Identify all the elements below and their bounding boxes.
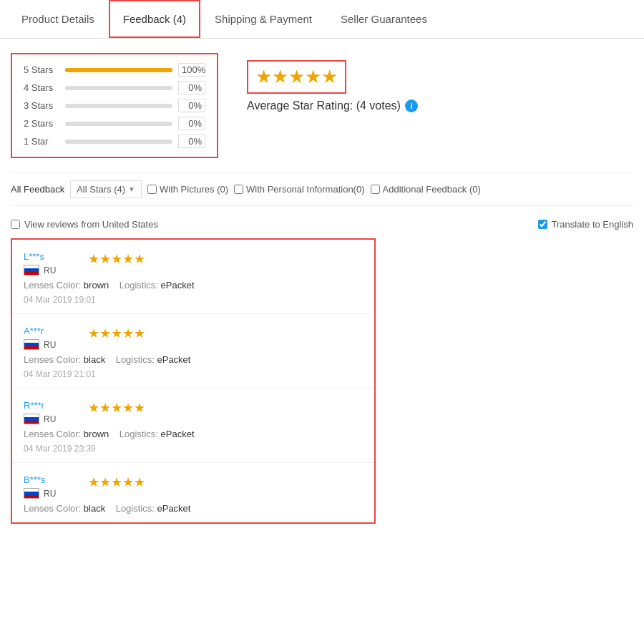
country-code-3: RU: [44, 489, 56, 499]
with-pictures-checkbox[interactable]: [147, 185, 157, 194]
logistics-val-1: ePacket: [157, 354, 190, 365]
logistics-key-3: Logistics:: [116, 503, 155, 514]
review-date-1: 04 Mar 2019 21:01: [24, 369, 363, 379]
avg-label: Average Star Rating: (4 votes): [247, 99, 401, 112]
review-details-3: Lenses Color: black Logistics: ePacket: [24, 503, 363, 514]
star-bar-row-2: 2 Stars0%: [24, 117, 205, 130]
color-val-0: brown: [84, 280, 109, 291]
flag-icon-3: [24, 488, 39, 499]
country-code-2: RU: [44, 414, 56, 424]
star-bar-row-4: 4 Stars0%: [24, 81, 205, 94]
country-code-0: RU: [44, 265, 56, 275]
all-stars-label: All Stars (4): [77, 184, 125, 195]
reviewer-name-1[interactable]: A***r: [24, 326, 74, 336]
star-label-4: 4 Stars: [24, 82, 59, 93]
color-val-1: black: [84, 354, 105, 365]
review-item-0: L***s RU ★★★★★ Lenses Color: brown Logis…: [12, 240, 374, 314]
flag-icon-1: [24, 339, 39, 350]
with-pictures-label: With Pictures (0): [160, 184, 228, 195]
pct-label-2: 0%: [178, 117, 205, 130]
main-content: 5 Stars100%4 Stars0%3 Stars0%2 Stars0%1 …: [0, 39, 644, 538]
info-icon[interactable]: i: [405, 99, 418, 112]
average-rating-section: ★★★★★ Average Star Rating: (4 votes) i: [247, 53, 418, 112]
logistics-key-2: Logistics:: [119, 429, 158, 439]
bar-track-3: [65, 104, 172, 108]
logistics-val-2: ePacket: [161, 429, 195, 439]
bar-track-1: [65, 140, 172, 144]
star-bar-row-1: 1 Star0%: [24, 135, 205, 148]
view-from-us-checkbox[interactable]: [11, 220, 20, 229]
color-key-2: Lenses Color:: [24, 429, 81, 439]
color-key-1: Lenses Color:: [24, 354, 81, 365]
review-stars-3: ★★★★★: [88, 474, 145, 490]
reviews-list: L***s RU ★★★★★ Lenses Color: brown Logis…: [11, 238, 376, 524]
rating-summary: 5 Stars100%4 Stars0%3 Stars0%2 Stars0%1 …: [11, 53, 633, 158]
translate-section: Translate to English: [538, 219, 633, 230]
star-label-1: 1 Star: [24, 136, 59, 147]
additional-feedback-filter[interactable]: Additional Feedback (0): [371, 184, 481, 195]
star-bar-row-5: 5 Stars100%: [24, 63, 205, 77]
bar-track-5: [65, 68, 172, 72]
country-code-1: RU: [44, 340, 56, 350]
review-header-0: L***s RU ★★★★★: [24, 251, 363, 275]
reviewer-country-1: RU: [24, 339, 74, 350]
avg-stars-box: ★★★★★: [247, 60, 346, 94]
avg-stars-display: ★★★★★: [255, 66, 338, 88]
additional-feedback-checkbox[interactable]: [371, 185, 380, 194]
reviewer-name-0[interactable]: L***s: [24, 251, 74, 262]
tab-product-details[interactable]: Product Details: [7, 0, 109, 38]
reviewer-name-2[interactable]: R***r: [24, 400, 74, 411]
star-label-5: 5 Stars: [24, 64, 59, 75]
color-key-0: Lenses Color:: [24, 280, 81, 291]
with-personal-label: With Personal Information(0): [246, 184, 364, 195]
tab-bar: Product DetailsFeedback (4)Shipping & Pa…: [0, 0, 644, 39]
logistics-key-0: Logistics:: [119, 280, 158, 291]
tab-shipping-payment[interactable]: Shipping & Payment: [200, 0, 326, 38]
view-row: View reviews from United States Translat…: [11, 213, 633, 238]
review-header-3: B***s RU ★★★★★: [24, 474, 363, 499]
flag-icon-2: [24, 414, 39, 424]
star-label-3: 3 Stars: [24, 100, 59, 111]
reviewer-name-3[interactable]: B***s: [24, 474, 74, 485]
translate-label: Translate to English: [552, 219, 633, 230]
logistics-key-1: Logistics:: [116, 354, 155, 365]
review-item-2: R***r RU ★★★★★ Lenses Color: brown Logis…: [12, 389, 374, 463]
reviewer-info-1: A***r RU: [24, 326, 74, 350]
pct-label-1: 0%: [178, 135, 205, 148]
filter-bar: All Feedback All Stars (4) ▼ With Pictur…: [11, 172, 633, 206]
additional-feedback-label: Additional Feedback (0): [383, 184, 481, 195]
color-key-3: Lenses Color:: [24, 503, 81, 514]
logistics-val-3: ePacket: [157, 503, 190, 514]
review-details-2: Lenses Color: brown Logistics: ePacket: [24, 429, 363, 439]
review-header-2: R***r RU ★★★★★: [24, 400, 363, 424]
pct-label-3: 0%: [178, 99, 205, 112]
review-details-1: Lenses Color: black Logistics: ePacket: [24, 354, 363, 365]
translate-checkbox[interactable]: [538, 220, 547, 229]
review-date-0: 04 Mar 2019 19:01: [24, 295, 363, 305]
tab-seller-guarantees[interactable]: Seller Guarantees: [326, 0, 441, 38]
chevron-down-icon: ▼: [128, 185, 135, 193]
review-stars-2: ★★★★★: [88, 400, 145, 416]
review-item-3: B***s RU ★★★★★ Lenses Color: black Logis…: [12, 463, 374, 522]
reviewer-country-0: RU: [24, 265, 74, 275]
reviewer-country-2: RU: [24, 414, 74, 424]
view-from-us-label[interactable]: View reviews from United States: [11, 219, 158, 230]
bar-track-4: [65, 86, 172, 90]
tab-feedback[interactable]: Feedback (4): [109, 0, 200, 38]
reviewer-country-3: RU: [24, 488, 74, 499]
with-personal-filter[interactable]: With Personal Information(0): [234, 184, 364, 195]
bar-fill-5: [65, 68, 172, 72]
reviewer-info-2: R***r RU: [24, 400, 74, 424]
flag-icon-0: [24, 265, 39, 275]
review-details-0: Lenses Color: brown Logistics: ePacket: [24, 280, 363, 291]
with-personal-checkbox[interactable]: [234, 185, 243, 194]
color-val-3: black: [84, 503, 105, 514]
color-val-2: brown: [84, 429, 109, 439]
all-feedback-label: All Feedback: [11, 184, 64, 195]
bar-track-2: [65, 122, 172, 126]
all-stars-dropdown[interactable]: All Stars (4) ▼: [70, 180, 142, 198]
star-label-2: 2 Stars: [24, 118, 59, 129]
logistics-val-0: ePacket: [161, 280, 195, 291]
with-pictures-filter[interactable]: With Pictures (0): [147, 184, 228, 195]
star-bars-section: 5 Stars100%4 Stars0%3 Stars0%2 Stars0%1 …: [11, 53, 218, 158]
